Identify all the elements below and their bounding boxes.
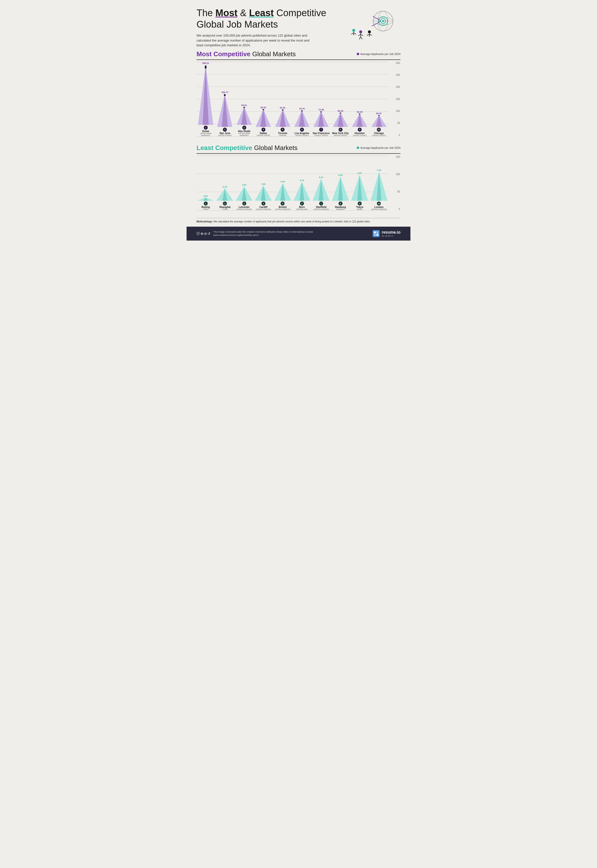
most-bar-1: 285.211DubaiUNITED ARAB EMIRATES: [196, 62, 215, 137]
least-country-2: CHINA: [220, 208, 230, 211]
most-bar-2: 153.772San JoseUNITED STATES: [216, 62, 234, 137]
most-title-heading: Most Competitive Global Markets: [196, 50, 296, 58]
least-bar-5: 4.445BristolUNITED KINGDOM: [274, 156, 292, 211]
legend-dot-green: [357, 147, 359, 149]
most-bar-6: 76.756Los AngelesUNITED STATES: [293, 62, 311, 137]
most-city-name-9: Houston: [353, 132, 367, 135]
least-mountain-6: [293, 182, 311, 201]
svg-line-17: [367, 34, 370, 35]
most-rank-7: 7: [319, 128, 323, 132]
least-country-3: UNITED KINGDOM: [236, 208, 252, 211]
most-mountain-2: [216, 94, 234, 127]
most-label-5: 5TorontoCANADA: [278, 128, 287, 137]
most-chart-wrapper: 300 250 200 150 100 50 0 285.211DubaiUNI…: [196, 62, 401, 137]
most-mountain-4: [254, 109, 272, 127]
most-city-name-3: Abu Dhabi: [235, 130, 253, 132]
most-label-4: 4DallasUNITED STATES: [257, 128, 270, 137]
most-value-4: 82.81: [261, 106, 266, 109]
least-rank-2: 2: [223, 202, 227, 205]
main-title: The Most & Least Competitive Global Job …: [196, 7, 351, 30]
least-label-5: 5BristolUNITED KINGDOM: [275, 202, 290, 211]
least-mountain-5: [274, 183, 292, 201]
least-title-highlight: Least Competitive: [196, 144, 252, 152]
footer: 🄫 ⊕ ⊘ ↺ This image is licensed under the…: [187, 227, 410, 241]
most-rank-6: 6: [300, 128, 304, 132]
cc-icons: 🄫 ⊕ ⊘ ↺: [196, 232, 211, 236]
svg-line-13: [359, 37, 361, 39]
least-y-axis: 150 100 50 0: [389, 156, 401, 211]
logo-sub: by career.io: [382, 235, 401, 237]
least-mountain-7: [312, 179, 330, 201]
footer-text: This image is licensed under the Creativ…: [214, 230, 313, 236]
license-text: This image is licensed under the Creativ…: [214, 230, 313, 233]
svg-line-11: [358, 34, 361, 36]
least-city-name-6: Bern: [296, 206, 308, 208]
least-value-2: 3.15: [223, 186, 227, 188]
most-bars-container: 285.211DubaiUNITED ARAB EMIRATES153.772S…: [196, 62, 388, 137]
header: The Most & Least Competitive Global Job …: [196, 7, 401, 48]
least-bar-7: 5.477SheffieldUNITED KINGDOM: [312, 156, 330, 211]
most-country-5: CANADA: [278, 135, 287, 137]
least-city-name-2: Shanghai: [220, 206, 230, 208]
least-rank-9: 9: [358, 202, 362, 205]
most-label-1: 1DubaiUNITED ARAB EMIRATES: [196, 126, 215, 136]
least-value-8: 6.04: [338, 174, 343, 176]
least-rank-5: 5: [281, 202, 285, 205]
least-label-2: 2ShanghaiCHINA: [220, 202, 230, 211]
title-least: Least: [249, 8, 274, 18]
most-label-7: 7San FranciscoUNITED STATES: [313, 128, 330, 137]
least-value-4: 3.83: [261, 183, 266, 185]
svg-rect-116: [376, 234, 378, 236]
svg-point-42: [263, 109, 264, 110]
svg-line-14: [361, 37, 362, 39]
most-rank-2: 2: [223, 128, 227, 132]
most-city-name-5: Toronto: [278, 132, 287, 135]
most-rank-5: 5: [281, 128, 285, 132]
most-bar-3: 84.013Abu DhabiUNITED ARAB EMIRATES: [235, 62, 253, 137]
most-mountain-5: [274, 109, 292, 127]
least-bar-1: 0.811BeijingCHINA: [196, 156, 215, 211]
least-competitive-section: Least Competitive Global Markets Average…: [196, 144, 401, 211]
most-bar-5: 81.815TorontoCANADA: [274, 62, 292, 137]
most-city-name-4: Dallas: [257, 132, 270, 135]
logo-svg: [373, 231, 379, 236]
least-bar-3: 3.643LeicesterUNITED KINGDOM: [235, 156, 253, 211]
title-part1: The: [196, 8, 215, 18]
most-title-highlight: Most Competitive: [196, 50, 251, 58]
least-mountain-3: [235, 186, 253, 201]
logo-text-block: resume.io by career.io: [382, 230, 401, 237]
least-mountain-9: [350, 175, 369, 201]
least-title-rest: Global Markets: [252, 144, 297, 152]
svg-point-6: [382, 20, 384, 22]
most-label-6: 6Los AngelesUNITED STATES: [294, 128, 309, 137]
license-url: www.creativecommons.org/licenses/by-sa/4…: [214, 233, 313, 237]
most-mountain-8: [331, 113, 349, 127]
least-rank-7: 7: [319, 202, 323, 205]
least-label-9: 9TokyoJAPAN: [356, 202, 364, 211]
most-label-10: 10ChicagoUNITED STATES: [372, 128, 386, 137]
most-value-3: 84.01: [241, 104, 247, 107]
most-mountain-1: [196, 65, 215, 125]
least-country-6: SWITERLAND: [296, 208, 308, 211]
most-country-3: UNITED ARAB EMIRATES: [235, 132, 253, 136]
most-mountain-3: [235, 107, 253, 125]
most-mountain-7: [312, 111, 330, 127]
most-bar-10: 55.5710ChicagoUNITED STATES: [370, 62, 388, 137]
most-label-3: 3Abu DhabiUNITED ARAB EMIRATES: [235, 126, 253, 136]
least-section-title: Least Competitive Global Markets Average…: [196, 144, 401, 154]
title-block: The Most & Least Competitive Global Job …: [196, 7, 351, 48]
most-competitive-section: Most Competitive Global Markets Average …: [196, 50, 401, 137]
least-value-6: 4.75: [300, 179, 304, 181]
least-bars-grid: 150 100 50 0 0.811BeijingCHINA3.152Shang…: [196, 156, 401, 211]
most-rank-3: 3: [242, 126, 246, 129]
least-city-name-7: Sheffield: [313, 206, 328, 208]
svg-point-37: [243, 107, 245, 108]
most-y-axis: 300 250 200 150 100 50 0: [389, 62, 401, 137]
logo-icon: [373, 230, 380, 237]
least-title-heading: Least Competitive Global Markets: [196, 144, 297, 152]
svg-point-67: [359, 114, 361, 114]
most-city-name-10: Chicago: [372, 132, 386, 135]
most-bar-9: 62.499HoustonUNITED STATES: [350, 62, 369, 137]
svg-point-72: [378, 115, 380, 116]
least-label-10: 10LondonUNITED KINGDOM: [371, 202, 386, 211]
